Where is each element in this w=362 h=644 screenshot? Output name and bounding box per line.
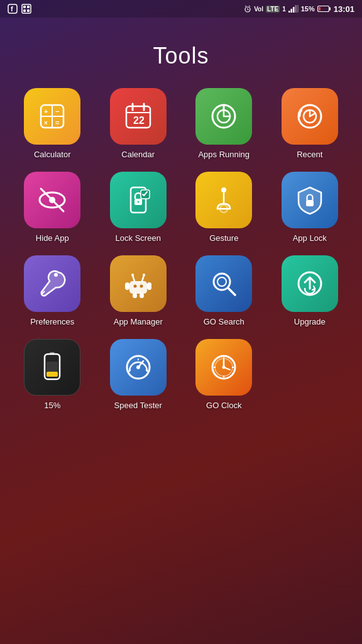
svg-text:−: −: [55, 108, 59, 115]
svg-rect-51: [129, 281, 147, 294]
app-label-app-manager: App Manager: [114, 317, 163, 326]
svg-rect-5: [23, 9, 26, 12]
svg-rect-48: [306, 200, 314, 206]
app-item-upgrade[interactable]: Upgrade: [270, 255, 350, 326]
app-item-calendar[interactable]: 22 Calendar: [99, 88, 178, 159]
svg-rect-70: [50, 352, 55, 355]
app-label-recent: Recent: [297, 150, 322, 159]
app-lock-svg: [293, 184, 326, 216]
app-label-calculator: Calculator: [34, 150, 71, 159]
svg-rect-3: [23, 6, 26, 8]
apps-running-svg: [207, 100, 240, 133]
app-item-go-search[interactable]: GO Search: [184, 255, 264, 326]
svg-point-46: [221, 187, 226, 192]
svg-point-57: [140, 285, 143, 288]
app-label-calendar: Calendar: [121, 150, 155, 159]
svg-line-10: [245, 6, 246, 7]
upgrade-svg: [293, 267, 326, 300]
app-item-speed-tester[interactable]: Speed Tester: [99, 339, 178, 410]
app-label-battery: 15%: [44, 401, 60, 410]
svg-rect-68: [47, 372, 58, 377]
app-label-go-search: GO Search: [204, 317, 244, 326]
svg-text:f: f: [11, 5, 13, 13]
app-item-app-manager[interactable]: App Manager: [99, 255, 178, 326]
app-icon-calendar: 22: [110, 88, 167, 145]
status-vol: Vol: [254, 6, 263, 13]
app-label-app-lock: App Lock: [293, 233, 327, 243]
svg-text:+: +: [44, 108, 48, 115]
app-icon-lock-screen: [110, 172, 167, 228]
svg-rect-69: [47, 362, 58, 372]
svg-rect-14: [293, 7, 295, 13]
app-item-preferences[interactable]: Preferences: [13, 255, 92, 326]
app-item-hide-app[interactable]: Hide App: [13, 172, 92, 243]
svg-rect-58: [125, 282, 129, 290]
gallery-icon: [21, 4, 31, 14]
signal-icon: [288, 5, 299, 13]
battery-app-svg: [36, 351, 69, 384]
speed-tester-svg: [122, 351, 155, 384]
app-icon-app-manager: [110, 255, 167, 312]
app-icon-speed-tester: [110, 339, 167, 396]
battery-icon: [317, 5, 331, 13]
app-icon-gesture: [195, 172, 252, 228]
app-icon-apps-running: [195, 88, 252, 145]
app-icon-battery: [24, 339, 80, 396]
svg-point-44: [137, 201, 139, 203]
app-grid: + − × = Calculator 22 Calendar: [0, 88, 362, 435]
svg-rect-13: [290, 9, 292, 13]
app-item-lock-screen[interactable]: Lock Screen: [99, 172, 178, 243]
app-label-upgrade: Upgrade: [294, 317, 326, 326]
app-item-gesture[interactable]: Gesture: [184, 172, 264, 243]
svg-point-55: [143, 274, 145, 276]
app-icon-calculator: + − × =: [24, 88, 80, 145]
app-label-hide-app: Hide App: [36, 233, 69, 243]
app-label-go-clock: GO Clock: [206, 401, 241, 410]
svg-rect-61: [140, 293, 144, 298]
svg-rect-59: [147, 282, 151, 290]
app-icon-go-clock: [195, 339, 252, 396]
hide-app-svg: [36, 184, 69, 216]
gesture-svg: [207, 184, 240, 216]
svg-text:=: =: [55, 119, 59, 126]
app-label-gesture: Gesture: [209, 233, 238, 243]
app-icon-hide-app: [24, 172, 80, 228]
svg-rect-2: [22, 4, 31, 13]
svg-rect-12: [288, 11, 290, 13]
app-label-preferences: Preferences: [30, 317, 74, 326]
calendar-svg: 22: [122, 100, 155, 133]
app-icon-go-search: [195, 255, 252, 312]
app-manager-svg: [122, 267, 155, 300]
svg-rect-4: [27, 6, 30, 8]
app-icon-upgrade: [282, 255, 338, 312]
app-label-speed-tester: Speed Tester: [114, 401, 162, 410]
app-item-calculator[interactable]: + − × = Calculator: [13, 88, 92, 159]
battery-percent: 15%: [301, 5, 315, 13]
app-item-app-lock[interactable]: App Lock: [270, 172, 350, 243]
app-item-go-clock[interactable]: GO Clock: [184, 339, 264, 410]
svg-line-52: [133, 275, 134, 281]
svg-point-73: [136, 365, 140, 369]
status-time: 13:01: [334, 4, 354, 14]
svg-point-81: [222, 366, 226, 369]
recent-svg: [293, 100, 326, 133]
svg-line-54: [142, 275, 144, 281]
svg-rect-6: [27, 9, 30, 12]
app-item-apps-running[interactable]: Apps Running: [184, 88, 264, 159]
svg-point-56: [133, 285, 136, 288]
status-lte: LTE: [266, 6, 280, 13]
page-title: Tools: [0, 18, 362, 88]
app-item-recent[interactable]: Recent: [270, 88, 350, 159]
app-icon-recent: [282, 88, 338, 145]
preferences-svg: [36, 267, 69, 300]
svg-text:×: ×: [44, 119, 48, 126]
status-sim: 1: [282, 6, 286, 13]
svg-point-53: [131, 274, 134, 276]
app-icon-preferences: [24, 255, 80, 312]
status-info: Vol LTE 1 15% 13:01: [244, 4, 354, 14]
svg-rect-60: [133, 293, 137, 298]
svg-text:22: 22: [133, 115, 145, 126]
lock-screen-svg: [122, 184, 155, 216]
app-item-battery[interactable]: 15%: [13, 339, 92, 410]
alarm-icon: [244, 5, 251, 13]
